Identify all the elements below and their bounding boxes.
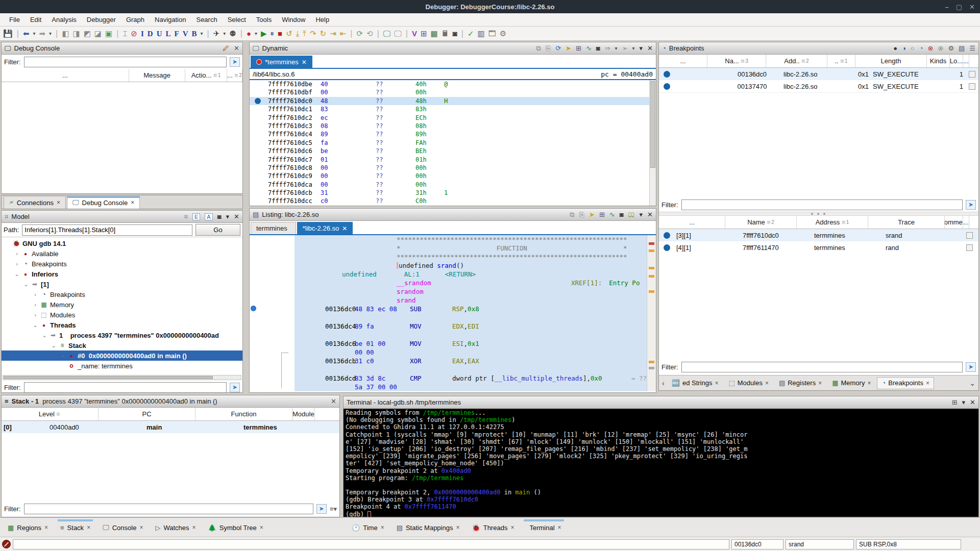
chart-icon[interactable]: ∿ — [609, 211, 615, 218]
copy-icon[interactable]: ⧉ — [570, 211, 574, 219]
snapshot-icon[interactable]: ◙ — [620, 211, 624, 218]
toolbar-separator[interactable]: | — [207, 27, 209, 40]
breakpoint-gutter[interactable] — [250, 147, 268, 155]
tree-item-name[interactable]: o _name: termmines — [2, 361, 242, 371]
asm-row[interactable]: 00136dcb 31 c0 XOR EAX,EAX — [295, 357, 647, 374]
breakpoint-gutter[interactable] — [250, 114, 268, 122]
path-input[interactable] — [22, 224, 192, 236]
column-header[interactable]: Function — [195, 408, 292, 420]
breakpoint-gutter[interactable] — [250, 139, 268, 147]
toolbar-separator[interactable]: | — [350, 27, 352, 40]
tab-close-icon[interactable]: ✕ — [302, 59, 307, 66]
logical-breakpoint-row[interactable]: [4][1] 7ffff7611470 termmines rand — [659, 241, 978, 254]
tree-item-frame-0[interactable]: › ● #0 0x0000000000400ad0 in main () — [2, 350, 242, 361]
breakpoint-gutter[interactable] — [250, 122, 268, 130]
scrollbar-thumb[interactable] — [650, 81, 655, 168]
letter-b-icon[interactable]: B — [192, 27, 197, 40]
tab-registers[interactable]: ▤ Registers × — [775, 377, 826, 389]
letter-d-icon[interactable]: D — [148, 27, 153, 40]
step-out-icon[interactable]: ⤒ — [303, 27, 306, 40]
breakpoint-enabled-icon[interactable] — [664, 232, 670, 239]
tab-symbol-tree[interactable]: 🌲 Symbol Tree × — [204, 520, 268, 535]
menu-item[interactable]: Window — [277, 14, 310, 25]
terminal-output[interactable]: Reading symbols from /tmp/termmines...(N… — [344, 409, 978, 517]
menu-item[interactable]: Navigation — [150, 14, 191, 25]
breakpoint-row[interactable]: 00137470 libc-2.26.so 0x1 SW_EXECUTE 1 — [659, 80, 978, 92]
tab-close-icon[interactable]: × — [87, 524, 90, 531]
filter-options-icon[interactable]: ➤ — [966, 362, 976, 372]
hex-row[interactable]: 7ffff7610dcb 31 ?? 31h 1 — [250, 189, 656, 197]
elements-toggle-icon[interactable]: E — [192, 213, 200, 220]
breakpoint-gutter[interactable] — [250, 164, 268, 172]
hex-row[interactable]: 7ffff7610dc1 83 ?? 83h — [250, 105, 656, 113]
tab-breakpoints[interactable]: ◔ Breakpoints × — [877, 377, 934, 389]
filter-options-icon[interactable]: ➤ — [316, 504, 327, 514]
tree-item-gdb[interactable]: 🐞 GNU gdb 14.1 — [2, 238, 242, 248]
new-table-icon[interactable]: ⊞ — [576, 44, 581, 52]
tab-console[interactable]: 🖵 Console × — [98, 520, 148, 535]
table-columns-icon[interactable]: ▤ — [959, 44, 965, 52]
breakpoint-gutter[interactable] — [250, 105, 268, 113]
expand-arrow-icon[interactable]: ⌄ — [22, 281, 30, 288]
launch-icon[interactable]: ✈ — [213, 27, 220, 40]
breakpoint-checkbox[interactable] — [969, 71, 975, 78]
close-icon[interactable]: ✕ — [970, 398, 975, 406]
column-header[interactable]: Actio...1 — [185, 69, 227, 82]
memory-table-icon[interactable]: ▦ — [430, 27, 437, 40]
hex-row[interactable]: 7ffff7610dc5 fa ?? FAh — [250, 139, 656, 147]
tree-item-memory[interactable]: › ▦ Memory — [2, 299, 242, 310]
step-to-icon[interactable]: ⇥ — [330, 27, 336, 40]
expand-arrow-icon[interactable]: ⌄ — [50, 342, 58, 349]
column-header[interactable]: ... — [659, 216, 725, 229]
track-cursor-icon[interactable]: ➤ — [589, 211, 595, 218]
step-over-icon[interactable]: ↷ — [310, 27, 316, 40]
resume-icon[interactable]: ▶ — [261, 27, 267, 40]
filter-options-icon[interactable]: ➤ — [230, 57, 240, 67]
clear-mark-icon[interactable]: ◧ — [62, 27, 69, 40]
go-button[interactable]: Go — [195, 224, 240, 236]
breakpoint-enabled-icon[interactable] — [664, 83, 670, 90]
close-icon[interactable]: ✕ — [234, 213, 239, 220]
tree-item-breakpoints[interactable]: › ◔ Breakpoints — [2, 259, 242, 269]
window-icon[interactable]: 🗔 — [488, 27, 496, 40]
letter-i-icon[interactable]: I — [141, 27, 144, 40]
tab-close-icon[interactable]: × — [867, 380, 871, 387]
tab-close-icon[interactable]: × — [139, 524, 143, 531]
breakpoint-gutter[interactable] — [250, 130, 268, 138]
asm-row[interactable]: 00136dc4 89 fa MOV EDX,EDI — [295, 322, 647, 339]
breakpoint-gutter[interactable] — [250, 97, 268, 105]
menu-item[interactable]: File — [4, 14, 25, 25]
interrupt-icon[interactable]: ⏸ — [271, 27, 275, 40]
scroll-tabs-left-icon[interactable]: ‹ — [661, 379, 666, 387]
maximize-icon[interactable]: ▢ — [956, 3, 962, 11]
clear-mark-icon[interactable]: ◩ — [84, 27, 91, 40]
column-header[interactable]: Comment — [945, 216, 963, 229]
breakpoint-gutter[interactable] — [250, 197, 268, 205]
attach-icon[interactable]: ⚉ — [229, 27, 236, 40]
column-header[interactable]: Trace — [868, 216, 945, 229]
close-icon[interactable]: ✕ — [647, 211, 653, 218]
minimize-icon[interactable]: – — [945, 3, 949, 11]
toolbar-separator[interactable]: | — [240, 27, 242, 40]
hex-row[interactable]: 7ffff7610dc3 08 ?? 08h — [250, 122, 656, 130]
tab-close-icon[interactable]: × — [715, 380, 718, 387]
toolbar-separator[interactable]: | — [406, 27, 408, 40]
column-header[interactable]: Lo... — [950, 55, 963, 67]
breakpoint-gutter[interactable] — [250, 181, 268, 189]
tree-item-modules[interactable]: › ⬚ Modules — [2, 310, 242, 320]
vertical-scrollbar[interactable] — [649, 80, 656, 206]
letter-l-icon[interactable]: L — [165, 27, 170, 40]
set-mark-icon[interactable]: ▣ — [105, 27, 112, 40]
tab-time[interactable]: 🕐 Time × — [347, 520, 389, 535]
stack-frame-row[interactable]: [0] 00400ad0 main termmines — [2, 421, 339, 433]
breakpoint-gutter[interactable] — [250, 156, 268, 164]
tab-regions[interactable]: ▦ Regions × — [3, 520, 53, 535]
column-header[interactable]: ... — [2, 69, 129, 82]
panel-menu-icon[interactable]: ▾ — [640, 211, 643, 218]
menu-item[interactable]: Analysis — [46, 14, 81, 25]
tab-close-icon[interactable]: × — [765, 380, 769, 387]
letter-v-icon[interactable]: V — [183, 27, 188, 40]
calculator-icon[interactable]: 🖩 — [442, 27, 449, 40]
tab-threads[interactable]: 🐞 Threads × — [467, 520, 519, 535]
tab-termmines[interactable]: *termmines ✕ — [251, 56, 312, 68]
